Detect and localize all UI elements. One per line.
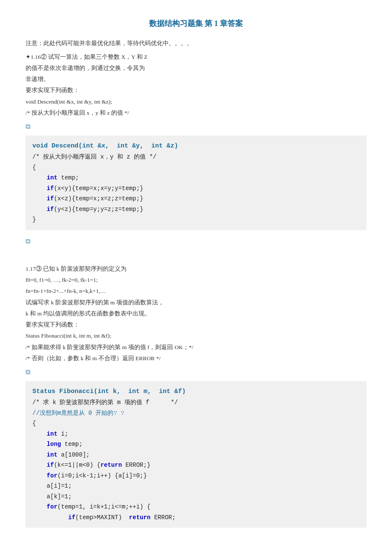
code2-for2: for(temp=1, i=k+1;i<=m;++i) { — [32, 502, 360, 512]
section1-line1: ✦1.16② 试写一算法，如果三个整数 X，Y 和 Z — [26, 52, 366, 62]
code2-long-temp: long temp; — [32, 439, 360, 450]
code2-for1: for(i=0;i<k-1;i++) {a[i]=0;} — [32, 471, 360, 481]
code1-line1: void Descend(int &x, int &y, int &z) — [32, 141, 360, 152]
code1-if1: if(x<y){temp=x;x=y;y=temp;} — [32, 183, 360, 194]
section2-line2: f0=0, f1=0, …, fk-2=0, fk-1=1; — [26, 275, 366, 285]
code2-ai: a[i]=1; — [32, 481, 360, 491]
page-title: 数据结构习题集 第 1 章答案 — [26, 17, 366, 30]
section2-line1: 1.17③ 已知 k 阶裴波那契序列的定义为 — [26, 264, 366, 274]
code2-if-maxint: if(temp>MAXINT) return ERROR; — [32, 512, 360, 523]
section2-code-block: Status Fibonacci(int k, int m, int &f) /… — [26, 381, 366, 528]
section1-code-block: void Descend(int &x, int &y, int &z) /* … — [26, 136, 366, 230]
section2-comment2: /* 否则（比如，参数 k 和 m 不合理）返回 ERROR */ — [26, 353, 366, 364]
section2-line3: fn=fn-1+fn-2+...+fn-k, n=k,k+1,… — [26, 286, 366, 296]
code2-comment2: //没想到m竟然是从 0 开始的∵ ∵ — [32, 408, 360, 419]
section1-line3: 非递增。 — [26, 74, 366, 84]
code1-comment: /* 按从大到小顺序返回 x，y 和 z 的值 */ — [32, 152, 360, 162]
code1-if3: if(y<z){temp=y;y=z;z=temp;} — [32, 204, 360, 215]
code2-if-check: if(k<=1||m<0) {return ERROR;} — [32, 460, 360, 471]
section1-comment: /* 按从大到小顺序返回 x，y 和 z 的值 */ — [26, 108, 366, 118]
code1-temp: int temp; — [32, 173, 360, 183]
code2-int-i: int i; — [32, 429, 360, 439]
section2-line4: 试编写求 k 阶裴波那契序列的第 m 项值的函数算法， — [26, 298, 366, 308]
code1-brace-close: } — [32, 214, 360, 225]
section2-line6: 要求实现下列函数： — [26, 320, 366, 330]
code2-brace-open: { — [32, 418, 360, 429]
section2-comment1: /* 如果能求得 k 阶斐波那契序列的第 m 项的值 f，则返回 OK；*/ — [26, 342, 366, 353]
note: 注意：此处代码可能并非最优化结果，等待代码优化中。。。。 — [26, 39, 366, 49]
section1-line2: 的值不是依次非递增的，则通过交换，令其为 — [26, 63, 366, 73]
code2-comment1: /* 求 k 阶斐波那契序列的第 m 项的值 f */ — [32, 397, 360, 408]
code2-line1: Status Fibonacci(int k, int m, int &f) — [32, 386, 360, 397]
section1-heading: ✦1.16② 试写一算法，如果三个整数 X，Y 和 Z 的值不是依次非递增的，则… — [26, 52, 366, 119]
copy-icon-2[interactable] — [26, 235, 34, 243]
section1-line4: 要求实现下列函数： — [26, 85, 366, 95]
copy-icon-3[interactable] — [26, 366, 34, 374]
section2-signature: Status Fibonacci(int k, int m, int &f); — [26, 331, 366, 341]
section2-heading: 1.17③ 已知 k 阶裴波那契序列的定义为 f0=0, f1=0, …, fk… — [26, 264, 366, 364]
code2-ak: a[k]=1; — [32, 491, 360, 502]
code2-array: int a[1000]; — [32, 450, 360, 460]
code1-brace-open: { — [32, 162, 360, 173]
copy-icon-1[interactable] — [26, 121, 34, 128]
section2-line5: k 和 m 均以值调用的形式在函数参数表中出现。 — [26, 309, 366, 319]
section1-signature: void Descend(int &x, int &y, int &z); — [26, 97, 366, 107]
code1-if2: if(x<z){temp=x;x=z;z=temp;} — [32, 194, 360, 204]
